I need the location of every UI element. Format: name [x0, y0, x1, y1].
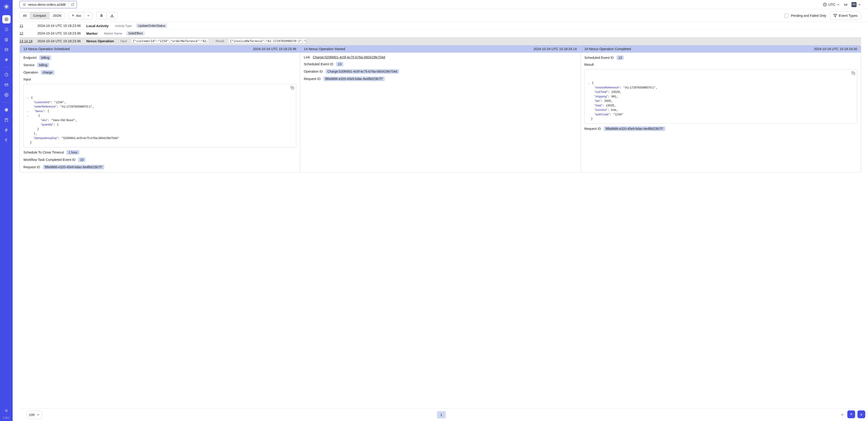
nav-theme-icon[interactable] [2, 406, 10, 415]
sched-event-value: 13 [336, 62, 343, 66]
arrow-down-icon [860, 413, 863, 416]
copy-button[interactable] [851, 71, 855, 75]
prev-page-button[interactable] [840, 413, 845, 417]
feedback-button[interactable] [844, 2, 848, 7]
scroll-buttons [847, 411, 865, 418]
nav-package-icon[interactable] [2, 46, 10, 54]
current-page[interactable]: 1 [437, 411, 446, 419]
nav-atom-icon[interactable] [2, 106, 10, 114]
namespace-selector[interactable]: nexus-demo-orders.a2dd6 [20, 1, 77, 8]
svg-point-12 [24, 4, 25, 5]
endpoint-label: Endpoint [24, 56, 36, 59]
event-row[interactable]: 11 2024-10-24 UTC 15:18:23.96 Local Acti… [20, 22, 861, 30]
logo-icon [3, 4, 9, 10]
event-type: Marker [86, 31, 98, 35]
request-id-value: f8fa9866-e320-45e9-bdac-6e4fb023b7f7 [604, 127, 665, 131]
view-json-button[interactable]: JSON [50, 12, 64, 19]
page-size-selector[interactable]: 100 [26, 411, 42, 419]
event-index[interactable]: 13 14 18 [20, 39, 33, 43]
sched-event-value: 13 [617, 55, 624, 60]
nav-layers-icon[interactable] [2, 35, 10, 44]
open-external-button[interactable] [68, 1, 77, 8]
arrow-up-icon [849, 413, 853, 416]
toolbar: All Compact JSON Asc Pending and Failed … [12, 9, 868, 22]
sort-group: Asc [68, 12, 93, 19]
request-id-value: f8fa9866-e320-45e9-bdac-6e4fb023b7f7 [323, 77, 384, 81]
pause-icon [100, 14, 103, 17]
timeout-value: 1 hour [67, 150, 80, 155]
scroll-up-button[interactable] [847, 411, 855, 418]
wft-value: 10 [78, 158, 86, 162]
sched-event-label: Scheduled Event ID [584, 56, 614, 59]
event-types-label: Event Types [839, 13, 858, 18]
sort-dropdown[interactable] [84, 12, 92, 19]
input-preview: {"customerId":"1234","orderReference":"A… [131, 38, 209, 44]
timezone-label: UTC [828, 2, 835, 6]
svg-point-5 [6, 110, 7, 110]
view-mode-group: All Compact JSON [20, 12, 65, 19]
nav-settings-icon[interactable] [2, 91, 10, 99]
event-meta-label: Activity Type [115, 24, 132, 28]
event-row-expanded[interactable]: 13 14 18 2024-10-24 UTC 15:18:23.96 Nexu… [20, 37, 861, 45]
event-meta-label: Marker Name [104, 32, 122, 35]
nav-workflows-icon[interactable] [2, 15, 10, 23]
scroll-down-button[interactable] [858, 411, 865, 418]
sched-event-label: Scheduled Event ID [304, 62, 333, 66]
event-index[interactable]: 11 [20, 24, 33, 28]
link-value[interactable]: Charge:520f4901-4c5f-4c75-b76a-060415fe7… [313, 55, 385, 59]
input-label: Input [120, 39, 127, 43]
topbar: nexus-demo-orders.a2dd6 UTC PH [12, 0, 868, 9]
nav-book-icon[interactable] [2, 116, 10, 124]
detail-panels: 13 Nexus Operation Scheduled 2024-10-24 … [20, 45, 861, 172]
chevron-down-icon [858, 3, 861, 6]
user-menu[interactable]: PH [851, 2, 861, 7]
operation-label: Operation [24, 71, 38, 74]
pending-failed-filter[interactable]: Pending and Failed Only [784, 13, 826, 18]
event-index[interactable]: 12 [20, 31, 33, 35]
view-all-button[interactable]: All [20, 12, 30, 19]
timezone-selector[interactable]: UTC [823, 2, 840, 7]
event-meta-value: UpdateOrderStatus [136, 23, 167, 28]
event-row[interactable]: 12 2024-10-24 UTC 15:18:23.96 Marker Mar… [20, 30, 861, 37]
svg-point-4 [6, 94, 7, 95]
wft-label: Workflow Task Completed Event ID [24, 158, 75, 162]
namespace-name: nexus-demo-orders.a2dd6 [28, 3, 66, 6]
input-json-block: ⌄ { "customerId": "1234", "orderReferenc… [24, 84, 296, 147]
nav-lightning-icon[interactable] [2, 126, 10, 134]
panel-started: 14 Nexus Operation Started 2024-10-24 UT… [300, 45, 581, 172]
view-compact-button[interactable]: Compact [30, 12, 50, 19]
nav-history-icon[interactable] [2, 25, 10, 33]
svg-rect-3 [5, 84, 8, 86]
chevron-down-icon [36, 413, 40, 416]
result-label: Result [216, 39, 224, 43]
operation-value: charge [41, 70, 55, 75]
pause-button[interactable] [96, 12, 107, 19]
svg-rect-19 [102, 15, 102, 17]
panel-timestamp: 2024-10-24 UTC 15:18:24.50 [814, 47, 857, 51]
request-id-label: Request ID [584, 127, 601, 131]
service-value: billing [37, 63, 49, 67]
version-label: 2.30.2 [3, 417, 10, 419]
panel-title: 13 Nexus Operation Scheduled [24, 47, 70, 51]
chevron-down-icon [837, 3, 840, 6]
svg-point-0 [5, 18, 8, 21]
download-button[interactable] [107, 12, 117, 19]
svg-rect-23 [853, 73, 855, 75]
nav-rocket-icon[interactable] [2, 136, 10, 144]
pending-failed-label: Pending and Failed Only [791, 14, 826, 18]
panel-title: 18 Nexus Operation Completed [584, 47, 631, 51]
event-type: Local Activity [86, 24, 108, 28]
copy-button[interactable] [290, 86, 294, 90]
event-type: Nexus Operation [86, 39, 114, 43]
timeout-label: Schedule To Close Timeout [24, 150, 64, 154]
service-label: Service [24, 63, 34, 67]
sort-button[interactable]: Asc [69, 12, 84, 19]
checkbox[interactable] [784, 13, 788, 18]
nav-gauge-icon[interactable] [2, 71, 10, 79]
nav-card-icon[interactable] [2, 81, 10, 89]
copy-icon [851, 71, 855, 75]
nav-star-icon[interactable] [2, 56, 10, 64]
event-types-button[interactable]: Event Types [830, 11, 861, 20]
glasses-icon [844, 2, 848, 7]
input-section-label: Input [24, 78, 296, 81]
